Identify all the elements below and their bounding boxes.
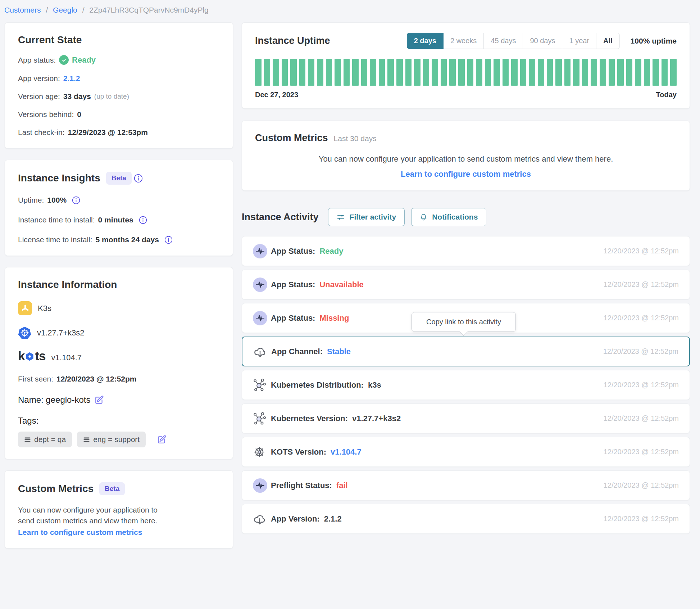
activity-row[interactable]: App Version:2.1.212/20/2023 @ 12:52pm [242, 504, 690, 534]
instance-uptime-card: Instance Uptime 2 days2 weeks45 days90 d… [242, 22, 690, 109]
activity-label: App Status: [271, 313, 315, 323]
edit-tags-icon[interactable] [157, 435, 167, 444]
chart-end-date-label: Today [656, 91, 677, 99]
tags-row: dept = qaeng = support [18, 432, 220, 447]
activity-row[interactable]: Kubernetes Version:v1.27.7+k3s212/20/202… [242, 403, 690, 433]
uptime-bar [476, 59, 482, 86]
activity-row[interactable]: App Status:Unavailable12/20/2023 @ 12:52… [242, 270, 690, 299]
instance-name-row: Name: geeglo-kots [18, 395, 220, 405]
license-tti-row: License time to install: 5 months 24 day… [18, 235, 220, 244]
uptime-range-tabs: 2 days2 weeks45 days90 days1 yearAll [407, 33, 620, 49]
uptime-bar [644, 59, 650, 86]
uptime-bar [573, 59, 579, 86]
activity-label: KOTS Version: [271, 447, 326, 457]
uptime-bar [370, 59, 376, 86]
main-columns: Current State App status: Ready App vers… [0, 14, 700, 549]
uptime-bar [564, 59, 571, 86]
activity-value: Ready [319, 247, 343, 256]
version-age-label: Version age: [18, 92, 60, 101]
pulse-icon [253, 478, 267, 493]
first-seen-label: First seen: [18, 375, 53, 383]
uptime-bar [626, 59, 633, 86]
kubernetes-icon [18, 326, 31, 339]
uptime-label: Uptime: [18, 196, 44, 204]
info-icon[interactable] [72, 196, 80, 204]
info-icon[interactable] [134, 174, 143, 183]
license-tti-label: License time to install: [18, 235, 92, 244]
activity-value: v1.27.7+k3s2 [352, 414, 401, 423]
configure-custom-metrics-link[interactable]: Learn to configure custom metrics [18, 528, 142, 537]
k8s-version-row: v1.27.7+k3s2 [18, 326, 220, 339]
uptime-bar [282, 59, 288, 86]
uptime-bar [555, 59, 562, 86]
pulse-icon [253, 278, 267, 292]
filter-activity-button[interactable]: Filter activity [328, 208, 405, 226]
range-tab-45-days[interactable]: 45 days [484, 33, 523, 49]
tag-pill[interactable]: dept = qa [18, 432, 72, 447]
uptime-bar [503, 59, 509, 86]
instance-information-card: Instance Information K3s v1.27.7+k3s2 k [5, 267, 233, 459]
kots-logo: k ts [18, 349, 46, 363]
activity-row[interactable]: Kubernetes Distribution:k3s12/20/2023 @ … [242, 370, 690, 400]
uptime-bar [326, 59, 332, 86]
instance-insights-title: Instance Insights [18, 172, 100, 184]
activity-timestamp: 12/20/2023 @ 12:52pm [604, 414, 679, 423]
uptime-bar [379, 59, 385, 86]
info-icon[interactable] [164, 236, 173, 244]
uptime-bar [662, 59, 668, 86]
breadcrumb-instance-id: 2Zp47LhR3CqTQParvNc9mD4yPlg [89, 6, 208, 14]
range-tab-2-weeks[interactable]: 2 weeks [444, 33, 484, 49]
activity-timestamp: 12/20/2023 @ 12:52pm [604, 280, 679, 289]
range-tab-1-year[interactable]: 1 year [562, 33, 596, 49]
activity-label: App Channel: [271, 347, 323, 356]
chart-start-date-label: Dec 27, 2023 [255, 91, 298, 99]
uptime-row: Uptime: 100% [18, 196, 220, 204]
breadcrumb-separator: / [46, 6, 48, 14]
activity-label: App Version: [271, 514, 320, 524]
edit-name-icon[interactable] [95, 395, 104, 405]
range-tab-2-days[interactable]: 2 days [407, 33, 444, 49]
activity-label: App Status: [271, 247, 315, 256]
info-icon[interactable] [139, 216, 147, 224]
kots-row: k ts v1.104.7 [18, 349, 220, 363]
app-version-value[interactable]: 2.1.2 [63, 74, 80, 83]
notifications-button[interactable]: Notifications [411, 208, 486, 226]
k8s-version-label: v1.27.7+k3s2 [37, 328, 84, 338]
uptime-bar [653, 59, 659, 86]
uptime-bar [299, 59, 306, 86]
tag-pill[interactable]: eng = support [77, 432, 146, 447]
license-tti-value: 5 months 24 days [96, 235, 159, 244]
page: Customers / Geeglo / 2Zp47LhR3CqTQParvNc… [0, 0, 700, 549]
breadcrumb-link-customers[interactable]: Customers [4, 6, 41, 14]
instance-name-label: Name: geeglo-kots [18, 395, 90, 405]
instance-tti-value: 0 minutes [98, 216, 133, 224]
activity-row[interactable]: App Channel:Stable12/20/2023 @ 12:52pm [242, 337, 690, 366]
kubernetes-nodes-icon [253, 412, 266, 425]
beta-badge: Beta [106, 172, 132, 185]
instance-uptime-title: Instance Uptime [255, 35, 330, 46]
last-checkin-label: Last check-in: [18, 128, 65, 137]
instance-activity-header: Instance Activity Filter activity Notifi… [242, 208, 690, 226]
uptime-bar [458, 59, 465, 86]
range-tab-all[interactable]: All [596, 33, 620, 49]
activity-row[interactable]: KOTS Version:v1.104.712/20/2023 @ 12:52p… [242, 437, 690, 467]
activity-timestamp: 12/20/2023 @ 12:52pm [604, 314, 679, 322]
uptime-bar [520, 59, 527, 86]
distribution-label: K3s [38, 304, 51, 313]
uptime-bar [352, 59, 359, 86]
tags-label: Tags: [18, 416, 220, 426]
range-tab-90-days[interactable]: 90 days [523, 33, 562, 49]
activity-row[interactable]: Preflight Status:fail12/20/2023 @ 12:52p… [242, 470, 690, 500]
uptime-bar [441, 59, 447, 86]
uptime-bar [485, 59, 491, 86]
configure-custom-metrics-link[interactable]: Learn to configure custom metrics [401, 170, 531, 179]
uptime-bar [344, 59, 350, 86]
current-state-title: Current State [18, 34, 220, 46]
uptime-bar [290, 59, 297, 86]
uptime-bar-chart [255, 59, 677, 86]
activity-value: Missing [319, 313, 349, 323]
uptime-bar [617, 59, 624, 86]
activity-row[interactable]: App Status:Ready12/20/2023 @ 12:52pm [242, 236, 690, 266]
activity-value: Unavailable [319, 280, 363, 289]
breadcrumb-link-geeglo[interactable]: Geeglo [53, 6, 77, 14]
